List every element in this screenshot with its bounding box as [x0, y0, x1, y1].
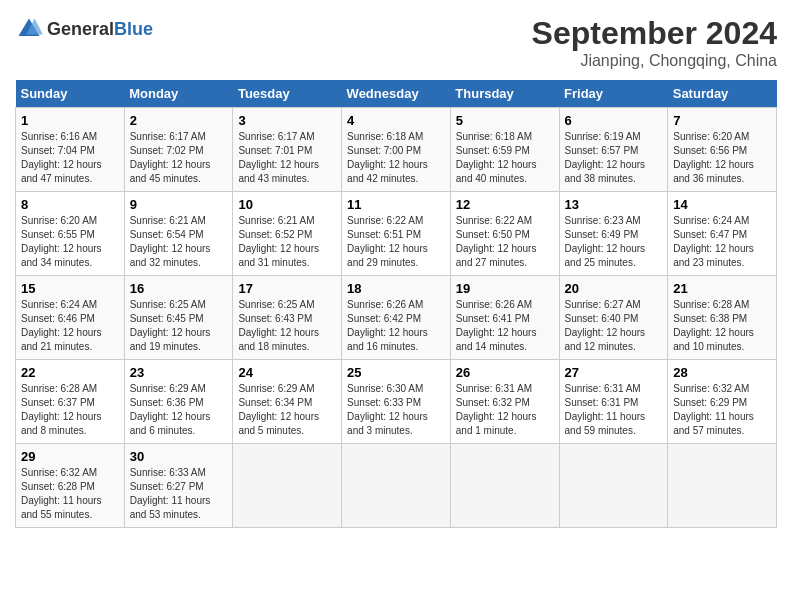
- calendar-cell: 5Sunrise: 6:18 AMSunset: 6:59 PMDaylight…: [450, 108, 559, 192]
- calendar-cell: [450, 444, 559, 528]
- calendar-cell: 29Sunrise: 6:32 AMSunset: 6:28 PMDayligh…: [16, 444, 125, 528]
- day-info: Sunrise: 6:32 AMSunset: 6:28 PMDaylight:…: [21, 466, 119, 522]
- col-friday: Friday: [559, 80, 668, 108]
- calendar-cell: 11Sunrise: 6:22 AMSunset: 6:51 PMDayligh…: [342, 192, 451, 276]
- calendar-week-row: 1Sunrise: 6:16 AMSunset: 7:04 PMDaylight…: [16, 108, 777, 192]
- day-number: 1: [21, 113, 119, 128]
- calendar-week-row: 22Sunrise: 6:28 AMSunset: 6:37 PMDayligh…: [16, 360, 777, 444]
- logo: GeneralBlue: [15, 15, 153, 43]
- calendar-cell: 1Sunrise: 6:16 AMSunset: 7:04 PMDaylight…: [16, 108, 125, 192]
- day-number: 12: [456, 197, 554, 212]
- calendar-cell: 2Sunrise: 6:17 AMSunset: 7:02 PMDaylight…: [124, 108, 233, 192]
- day-number: 27: [565, 365, 663, 380]
- calendar-cell: 13Sunrise: 6:23 AMSunset: 6:49 PMDayligh…: [559, 192, 668, 276]
- calendar-cell: 26Sunrise: 6:31 AMSunset: 6:32 PMDayligh…: [450, 360, 559, 444]
- day-number: 9: [130, 197, 228, 212]
- col-monday: Monday: [124, 80, 233, 108]
- day-info: Sunrise: 6:18 AMSunset: 7:00 PMDaylight:…: [347, 130, 445, 186]
- day-number: 7: [673, 113, 771, 128]
- calendar-cell: 12Sunrise: 6:22 AMSunset: 6:50 PMDayligh…: [450, 192, 559, 276]
- col-wednesday: Wednesday: [342, 80, 451, 108]
- day-number: 13: [565, 197, 663, 212]
- day-number: 17: [238, 281, 336, 296]
- calendar-cell: 30Sunrise: 6:33 AMSunset: 6:27 PMDayligh…: [124, 444, 233, 528]
- day-info: Sunrise: 6:22 AMSunset: 6:51 PMDaylight:…: [347, 214, 445, 270]
- calendar-cell: 19Sunrise: 6:26 AMSunset: 6:41 PMDayligh…: [450, 276, 559, 360]
- day-info: Sunrise: 6:32 AMSunset: 6:29 PMDaylight:…: [673, 382, 771, 438]
- day-number: 28: [673, 365, 771, 380]
- day-number: 22: [21, 365, 119, 380]
- calendar-cell: 22Sunrise: 6:28 AMSunset: 6:37 PMDayligh…: [16, 360, 125, 444]
- calendar-cell: 4Sunrise: 6:18 AMSunset: 7:00 PMDaylight…: [342, 108, 451, 192]
- day-info: Sunrise: 6:30 AMSunset: 6:33 PMDaylight:…: [347, 382, 445, 438]
- calendar-cell: 16Sunrise: 6:25 AMSunset: 6:45 PMDayligh…: [124, 276, 233, 360]
- calendar-week-row: 15Sunrise: 6:24 AMSunset: 6:46 PMDayligh…: [16, 276, 777, 360]
- day-info: Sunrise: 6:28 AMSunset: 6:38 PMDaylight:…: [673, 298, 771, 354]
- day-number: 3: [238, 113, 336, 128]
- day-info: Sunrise: 6:19 AMSunset: 6:57 PMDaylight:…: [565, 130, 663, 186]
- calendar-cell: [668, 444, 777, 528]
- day-number: 26: [456, 365, 554, 380]
- day-number: 8: [21, 197, 119, 212]
- col-thursday: Thursday: [450, 80, 559, 108]
- day-info: Sunrise: 6:31 AMSunset: 6:32 PMDaylight:…: [456, 382, 554, 438]
- day-number: 21: [673, 281, 771, 296]
- calendar-cell: 21Sunrise: 6:28 AMSunset: 6:38 PMDayligh…: [668, 276, 777, 360]
- col-sunday: Sunday: [16, 80, 125, 108]
- calendar-cell: [342, 444, 451, 528]
- calendar-cell: 28Sunrise: 6:32 AMSunset: 6:29 PMDayligh…: [668, 360, 777, 444]
- calendar-cell: 25Sunrise: 6:30 AMSunset: 6:33 PMDayligh…: [342, 360, 451, 444]
- calendar-table: Sunday Monday Tuesday Wednesday Thursday…: [15, 80, 777, 528]
- calendar-cell: 27Sunrise: 6:31 AMSunset: 6:31 PMDayligh…: [559, 360, 668, 444]
- day-number: 25: [347, 365, 445, 380]
- day-info: Sunrise: 6:22 AMSunset: 6:50 PMDaylight:…: [456, 214, 554, 270]
- location-title: Jianping, Chongqing, China: [532, 52, 777, 70]
- day-number: 16: [130, 281, 228, 296]
- calendar-cell: 20Sunrise: 6:27 AMSunset: 6:40 PMDayligh…: [559, 276, 668, 360]
- day-info: Sunrise: 6:20 AMSunset: 6:55 PMDaylight:…: [21, 214, 119, 270]
- calendar-cell: 10Sunrise: 6:21 AMSunset: 6:52 PMDayligh…: [233, 192, 342, 276]
- day-number: 19: [456, 281, 554, 296]
- calendar-cell: 8Sunrise: 6:20 AMSunset: 6:55 PMDaylight…: [16, 192, 125, 276]
- day-info: Sunrise: 6:17 AMSunset: 7:02 PMDaylight:…: [130, 130, 228, 186]
- logo-text-blue: Blue: [114, 19, 153, 39]
- day-number: 11: [347, 197, 445, 212]
- day-number: 14: [673, 197, 771, 212]
- day-info: Sunrise: 6:28 AMSunset: 6:37 PMDaylight:…: [21, 382, 119, 438]
- calendar-cell: 17Sunrise: 6:25 AMSunset: 6:43 PMDayligh…: [233, 276, 342, 360]
- calendar-cell: 9Sunrise: 6:21 AMSunset: 6:54 PMDaylight…: [124, 192, 233, 276]
- day-info: Sunrise: 6:33 AMSunset: 6:27 PMDaylight:…: [130, 466, 228, 522]
- day-info: Sunrise: 6:20 AMSunset: 6:56 PMDaylight:…: [673, 130, 771, 186]
- day-info: Sunrise: 6:23 AMSunset: 6:49 PMDaylight:…: [565, 214, 663, 270]
- col-saturday: Saturday: [668, 80, 777, 108]
- month-title: September 2024: [532, 15, 777, 52]
- calendar-cell: 18Sunrise: 6:26 AMSunset: 6:42 PMDayligh…: [342, 276, 451, 360]
- calendar-week-row: 29Sunrise: 6:32 AMSunset: 6:28 PMDayligh…: [16, 444, 777, 528]
- header: GeneralBlue September 2024 Jianping, Cho…: [15, 15, 777, 70]
- day-info: Sunrise: 6:16 AMSunset: 7:04 PMDaylight:…: [21, 130, 119, 186]
- day-number: 20: [565, 281, 663, 296]
- logo-text-general: General: [47, 19, 114, 39]
- calendar-cell: 23Sunrise: 6:29 AMSunset: 6:36 PMDayligh…: [124, 360, 233, 444]
- day-info: Sunrise: 6:26 AMSunset: 6:41 PMDaylight:…: [456, 298, 554, 354]
- logo-icon: [15, 15, 43, 43]
- calendar-cell: [559, 444, 668, 528]
- day-info: Sunrise: 6:17 AMSunset: 7:01 PMDaylight:…: [238, 130, 336, 186]
- day-info: Sunrise: 6:21 AMSunset: 6:52 PMDaylight:…: [238, 214, 336, 270]
- day-info: Sunrise: 6:25 AMSunset: 6:43 PMDaylight:…: [238, 298, 336, 354]
- day-info: Sunrise: 6:21 AMSunset: 6:54 PMDaylight:…: [130, 214, 228, 270]
- day-info: Sunrise: 6:18 AMSunset: 6:59 PMDaylight:…: [456, 130, 554, 186]
- day-info: Sunrise: 6:24 AMSunset: 6:46 PMDaylight:…: [21, 298, 119, 354]
- day-number: 18: [347, 281, 445, 296]
- day-number: 29: [21, 449, 119, 464]
- calendar-cell: 24Sunrise: 6:29 AMSunset: 6:34 PMDayligh…: [233, 360, 342, 444]
- day-info: Sunrise: 6:27 AMSunset: 6:40 PMDaylight:…: [565, 298, 663, 354]
- calendar-cell: 14Sunrise: 6:24 AMSunset: 6:47 PMDayligh…: [668, 192, 777, 276]
- calendar-week-row: 8Sunrise: 6:20 AMSunset: 6:55 PMDaylight…: [16, 192, 777, 276]
- day-number: 15: [21, 281, 119, 296]
- day-number: 2: [130, 113, 228, 128]
- title-block: September 2024 Jianping, Chongqing, Chin…: [532, 15, 777, 70]
- calendar-cell: 15Sunrise: 6:24 AMSunset: 6:46 PMDayligh…: [16, 276, 125, 360]
- day-number: 23: [130, 365, 228, 380]
- day-number: 5: [456, 113, 554, 128]
